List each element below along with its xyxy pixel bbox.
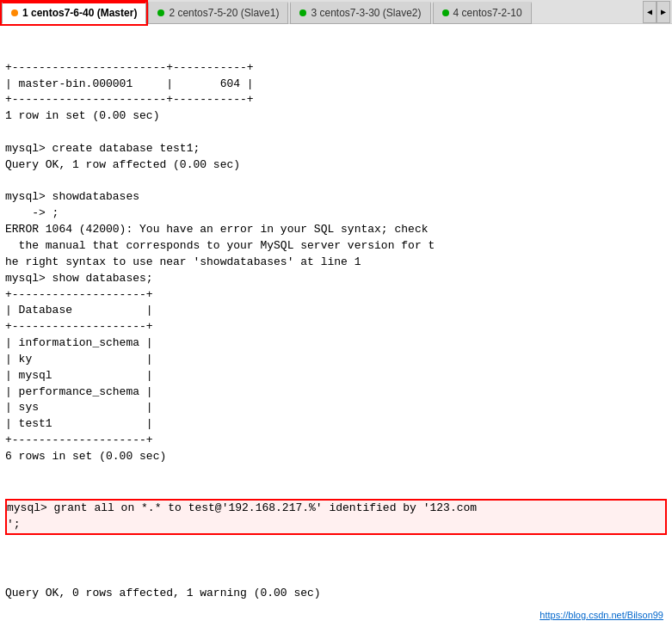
terminal[interactable]: +-----------------------+-----------+ | … — [0, 24, 672, 627]
tab-4[interactable]: 4 centos7-2-10 — [433, 2, 532, 24]
tab-2-label: 2 centos7-5-20 (Slave1) — [169, 7, 279, 19]
tab-nav: ◀ ▶ — [643, 1, 670, 23]
tab-1-dot — [11, 9, 18, 16]
tab-2[interactable]: 2 centos7-5-20 (Slave1) — [148, 2, 288, 24]
tab-3[interactable]: 3 centos7-3-30 (Slave2) — [290, 2, 430, 24]
tab-1-label: 1 centos7-6-40 (Master) — [22, 7, 137, 19]
tab-4-label: 4 centos7-2-10 — [453, 7, 522, 19]
tab-1[interactable]: 1 centos7-6-40 (Master) — [2, 2, 146, 24]
tab-3-dot — [299, 9, 306, 16]
tab-4-dot — [442, 9, 449, 16]
terminal-output: +-----------------------+-----------+ | … — [5, 60, 667, 465]
result-line: Query OK, 0 rows affected, 1 warning (0.… — [5, 569, 667, 602]
tab-2-dot — [157, 9, 164, 16]
tab-prev-button[interactable]: ◀ — [643, 1, 657, 23]
tab-3-label: 3 centos7-3-30 (Slave2) — [311, 7, 421, 19]
tab-bar: 1 centos7-6-40 (Master) 2 centos7-5-20 (… — [0, 0, 672, 24]
watermark: https://blog.csdn.net/Bilson99 — [539, 610, 663, 620]
highlighted-command: mysql> grant all on *.* to test@'192.168… — [5, 499, 667, 535]
tab-next-button[interactable]: ▶ — [657, 1, 670, 23]
